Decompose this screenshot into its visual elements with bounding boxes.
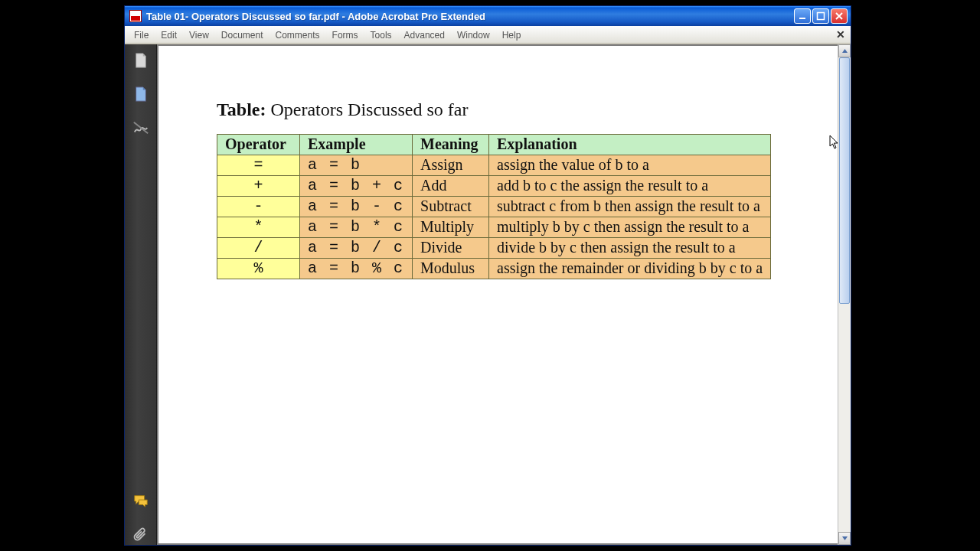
vertical-scrollbar[interactable] bbox=[838, 44, 851, 545]
page: Table: Operators Discussed so far Operat… bbox=[158, 46, 838, 543]
cell-meaning: Assign bbox=[413, 155, 489, 176]
menu-tools[interactable]: Tools bbox=[364, 28, 398, 42]
th-example: Example bbox=[300, 135, 413, 155]
cell-meaning: Add bbox=[413, 176, 489, 197]
table-row: - a = b - c Subtract subtract c from b t… bbox=[217, 197, 771, 217]
th-explanation: Explanation bbox=[489, 135, 771, 155]
cell-explain: assign the remainder or dividing b by c … bbox=[489, 259, 771, 279]
menu-edit[interactable]: Edit bbox=[155, 28, 183, 42]
cell-operator: * bbox=[217, 217, 300, 238]
menu-file[interactable]: File bbox=[128, 28, 155, 42]
cell-explain: assign the value of b to a bbox=[489, 155, 771, 176]
scroll-down-button[interactable] bbox=[838, 532, 851, 545]
cell-meaning: Subtract bbox=[413, 197, 489, 217]
signatures-panel-icon[interactable] bbox=[131, 118, 151, 138]
document-area: Table: Operators Discussed so far Operat… bbox=[157, 44, 851, 545]
pdf-icon bbox=[129, 10, 142, 22]
cell-explain: add b to c the assign the result to a bbox=[489, 176, 771, 197]
menu-comments[interactable]: Comments bbox=[270, 28, 326, 42]
table-row: + a = b + c Add add b to c the assign th… bbox=[217, 176, 771, 197]
menubar: File Edit View Document Comments Forms T… bbox=[125, 26, 851, 44]
cell-example: a = b bbox=[300, 155, 413, 176]
cell-explain: divide b by c then assign the result to … bbox=[489, 238, 771, 259]
title-label: Table: bbox=[217, 99, 266, 119]
svg-rect-1 bbox=[818, 13, 825, 20]
menu-help[interactable]: Help bbox=[496, 28, 528, 42]
cell-meaning: Multiply bbox=[413, 217, 489, 238]
menu-window[interactable]: Window bbox=[451, 28, 496, 42]
client-area: Table: Operators Discussed so far Operat… bbox=[125, 44, 851, 545]
cell-example: a = b - c bbox=[300, 197, 413, 217]
document-close-button[interactable]: ✕ bbox=[834, 28, 848, 41]
cell-operator: - bbox=[217, 197, 300, 217]
table-row: / a = b / c Divide divide b by c then as… bbox=[217, 238, 771, 259]
table-row: = a = b Assign assign the value of b to … bbox=[217, 155, 771, 176]
cell-example: a = b % c bbox=[300, 259, 413, 279]
cell-operator: % bbox=[217, 259, 300, 279]
bookmarks-panel-icon[interactable] bbox=[131, 84, 151, 104]
cell-example: a = b + c bbox=[300, 176, 413, 197]
titlebar[interactable]: Table 01- Operators Discussed so far.pdf… bbox=[125, 6, 851, 26]
cell-example: a = b / c bbox=[300, 238, 413, 259]
scroll-up-button[interactable] bbox=[838, 44, 851, 57]
table-header-row: Operator Example Meaning Explanation bbox=[217, 135, 771, 155]
menu-forms[interactable]: Forms bbox=[326, 28, 364, 42]
comments-panel-icon[interactable] bbox=[131, 491, 151, 511]
scroll-track[interactable] bbox=[838, 57, 851, 532]
menu-advanced[interactable]: Advanced bbox=[398, 28, 451, 42]
cell-meaning: Modulus bbox=[413, 259, 489, 279]
cell-explain: multiply b by c then assign the result t… bbox=[489, 217, 771, 238]
svg-rect-0 bbox=[799, 18, 805, 19]
window-title: Table 01- Operators Discussed so far.pdf… bbox=[146, 11, 794, 22]
cell-example: a = b * c bbox=[300, 217, 413, 238]
menu-document[interactable]: Document bbox=[215, 28, 270, 42]
operators-table: Operator Example Meaning Explanation = a… bbox=[217, 134, 771, 279]
th-operator: Operator bbox=[217, 135, 300, 155]
svg-line-2 bbox=[133, 122, 147, 134]
cell-operator: / bbox=[217, 238, 300, 259]
maximize-button[interactable] bbox=[812, 8, 829, 24]
document-title: Table: Operators Discussed so far bbox=[217, 99, 807, 120]
pages-panel-icon[interactable] bbox=[131, 51, 151, 70]
close-button[interactable] bbox=[831, 8, 848, 24]
app-window: Table 01- Operators Discussed so far.pdf… bbox=[124, 5, 851, 546]
table-row: % a = b % c Modulus assign the remainder… bbox=[217, 259, 771, 279]
menu-view[interactable]: View bbox=[183, 28, 215, 42]
attachments-panel-icon[interactable] bbox=[131, 525, 151, 545]
th-meaning: Meaning bbox=[413, 135, 489, 155]
scroll-thumb[interactable] bbox=[839, 57, 850, 304]
minimize-button[interactable] bbox=[794, 8, 811, 24]
cell-meaning: Divide bbox=[413, 238, 489, 259]
title-text: Operators Discussed so far bbox=[270, 99, 468, 119]
cell-operator: = bbox=[217, 155, 300, 176]
nav-panel bbox=[125, 44, 157, 545]
table-row: * a = b * c Multiply multiply b by c the… bbox=[217, 217, 771, 238]
cell-explain: subtract c from b then assign the result… bbox=[489, 197, 771, 217]
cell-operator: + bbox=[217, 176, 300, 197]
